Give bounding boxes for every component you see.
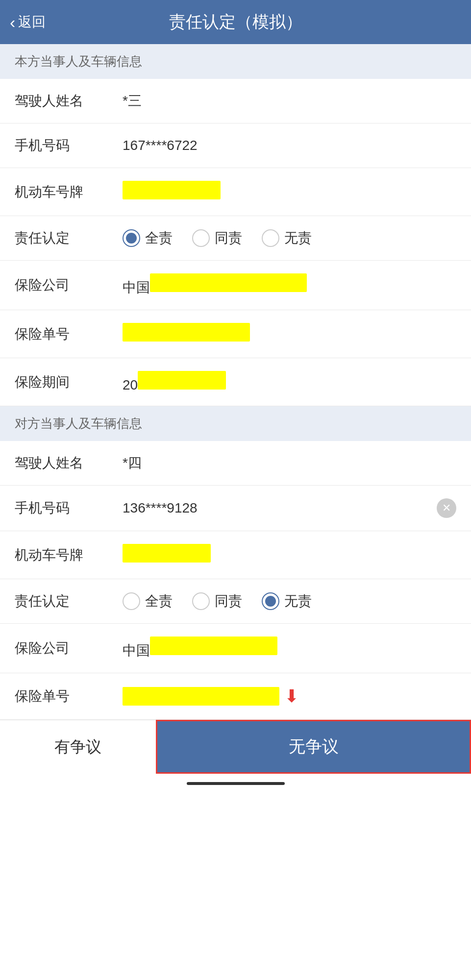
party2-liability-row: 责任认定 全责 同责 无责 (0, 579, 471, 624)
page-title: 责任认定（模拟） (169, 11, 302, 33)
back-arrow-icon: ‹ (10, 14, 15, 30)
party2-insurance-no-label: 保险单号 (15, 687, 123, 706)
party1-liability-option-2[interactable]: 无责 (262, 229, 312, 247)
party1-driver-name-row: 驾驶人姓名 *三 (0, 79, 471, 123)
party2-liability-option-1-label: 同责 (215, 592, 242, 611)
party2-driver-name-label: 驾驶人姓名 (15, 454, 123, 472)
party2-plate-label: 机动车号牌 (15, 546, 123, 564)
party2-radio-circle-0 (123, 592, 140, 610)
bottom-bar: 有争议 无争议 (0, 720, 471, 774)
party1-phone-row: 手机号码 167****6722 (0, 123, 471, 168)
party1-insurance-company-label: 保险公司 (15, 276, 123, 294)
header: ‹ 返回 责任认定（模拟） (0, 0, 471, 44)
back-button[interactable]: ‹ 返回 (10, 13, 46, 31)
party2-plate-highlight (123, 544, 211, 563)
party2-phone-row: 手机号码 136****9128 ✕ (0, 486, 471, 531)
party1-plate-label: 机动车号牌 (15, 183, 123, 201)
party1-liability-radio-group: 全责 同责 无责 (123, 229, 312, 247)
party2-liability-label: 责任认定 (15, 592, 123, 611)
party2-driver-name-value: *四 (123, 454, 456, 472)
party1-liability-label: 责任认定 (15, 229, 123, 247)
party2-insurance-company-value: 中国 (123, 637, 456, 660)
party2-plate-row: 机动车号牌 (0, 531, 471, 579)
section2-header: 对方当事人及车辆信息 (0, 406, 471, 441)
party1-insurance-no-row: 保险单号 (0, 310, 471, 358)
party2-insurance-company-highlight (150, 637, 277, 655)
nav-bar (0, 774, 471, 798)
party1-plate-row: 机动车号牌 (0, 168, 471, 216)
party2-liability-option-2-label: 无责 (284, 592, 312, 611)
party1-driver-name-label: 驾驶人姓名 (15, 92, 123, 110)
party1-insurance-company-row: 保险公司 中国 (0, 261, 471, 310)
party1-insurance-period-row: 保险期间 20 (0, 358, 471, 406)
party2-insurance-company-label: 保险公司 (15, 639, 123, 658)
party1-insurance-period-label: 保险期间 (15, 373, 123, 392)
party1-liability-option-1[interactable]: 同责 (192, 229, 242, 247)
party1-insurance-period-highlight (138, 371, 226, 390)
nav-bar-indicator (187, 782, 285, 785)
party1-insurance-no-highlight (123, 323, 250, 342)
party1-phone-label: 手机号码 (15, 136, 123, 155)
no-dispute-label: 无争议 (289, 735, 339, 758)
party2-radio-circle-2 (262, 592, 279, 610)
party1-driver-name-value: *三 (123, 92, 456, 110)
party2-plate-value (123, 544, 456, 566)
party2-liability-option-0[interactable]: 全责 (123, 592, 173, 611)
party1-liability-option-2-label: 无责 (284, 229, 312, 247)
clear-icon-symbol: ✕ (442, 502, 451, 514)
no-dispute-button[interactable]: 无争议 (156, 720, 471, 774)
party2-liability-radio-group: 全责 同责 无责 (123, 592, 312, 611)
red-arrow-icon: ⬇ (284, 686, 299, 707)
section1-header: 本方当事人及车辆信息 (0, 44, 471, 79)
party1-liability-option-0-label: 全责 (145, 229, 173, 247)
party1-phone-value: 167****6722 (123, 138, 456, 153)
party1-plate-highlight (123, 181, 221, 199)
dispute-label: 有争议 (54, 736, 101, 758)
party2-liability-option-0-label: 全责 (145, 592, 173, 611)
party2-insurance-company-row: 保险公司 中国 (0, 624, 471, 673)
party1-insurance-company-highlight (150, 273, 307, 292)
party1-liability-option-0[interactable]: 全责 (123, 229, 173, 247)
party2-phone-value: 136****9128 (123, 500, 437, 516)
party1-radio-circle-1 (192, 229, 210, 247)
party1-insurance-period-value: 20 (123, 371, 456, 393)
party2-driver-name-row: 驾驶人姓名 *四 (0, 441, 471, 486)
party2-liability-option-1[interactable]: 同责 (192, 592, 242, 611)
dispute-button[interactable]: 有争议 (0, 720, 156, 774)
party1-radio-circle-2 (262, 229, 279, 247)
party1-plate-value (123, 181, 456, 203)
party2-liability-option-2[interactable]: 无责 (262, 592, 312, 611)
party2-insurance-no-row: 保险单号 ⬇ (0, 673, 471, 720)
party1-insurance-no-value (123, 323, 456, 345)
party1-liability-option-1-label: 同责 (215, 229, 242, 247)
party2-insurance-no-value-container: ⬇ (123, 686, 299, 707)
party1-insurance-company-value: 中国 (123, 273, 456, 297)
party1-liability-row: 责任认定 全责 同责 无责 (0, 216, 471, 261)
party1-insurance-no-label: 保险单号 (15, 325, 123, 343)
party2-phone-clear-button[interactable]: ✕ (437, 498, 456, 518)
party1-radio-circle-0 (123, 229, 140, 247)
party2-phone-label: 手机号码 (15, 499, 123, 517)
party2-insurance-no-highlight (123, 687, 279, 706)
back-label: 返回 (18, 13, 46, 31)
party2-radio-circle-1 (192, 592, 210, 610)
